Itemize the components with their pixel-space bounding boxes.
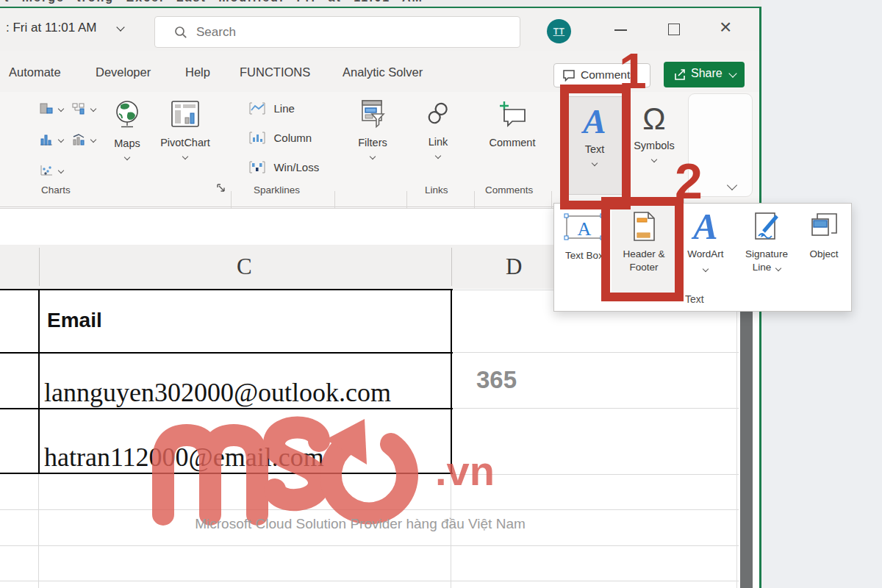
gridline <box>0 545 739 546</box>
table-border <box>38 289 40 474</box>
combo-chart-icon <box>72 134 85 146</box>
chevron-down-icon[interactable] <box>116 23 124 31</box>
chevron-down-icon <box>775 265 781 271</box>
column-header-c[interactable]: C <box>237 254 252 280</box>
filters-label: Filters <box>347 137 398 148</box>
comment-button[interactable]: Comment <box>481 98 544 184</box>
annotation-box-step1 <box>560 85 631 209</box>
column-header-d[interactable]: D <box>506 254 522 280</box>
sparklines-group-label: Sparklines <box>254 184 300 196</box>
maps-button[interactable]: Maps <box>107 98 147 184</box>
insert-chart-type-button[interactable] <box>40 165 60 179</box>
watermark-365: 365 <box>476 366 517 394</box>
minimize-button[interactable] <box>609 14 634 43</box>
sparkline-line-label: Line <box>273 102 294 115</box>
area-chart-icon <box>40 103 53 115</box>
last-modified-time[interactable]: : Fri at 11:01 AM <box>6 21 96 35</box>
wordart-label: WordArt <box>679 248 732 261</box>
insert-chart-type-button[interactable] <box>40 103 60 118</box>
chevron-down-icon <box>182 154 188 159</box>
signature-line-text: Signature Line <box>745 248 788 273</box>
gridline <box>0 581 739 581</box>
link-button[interactable]: Link <box>416 98 460 184</box>
watermark-vn: .vn <box>435 447 495 495</box>
text-dropdown-panel: A Text Box Header & Footer A WordArt <box>553 203 852 312</box>
charts-dialog-launcher-icon[interactable] <box>216 183 226 193</box>
signature-line-icon <box>753 211 781 242</box>
menu-item-functions[interactable]: FUNCTIONS <box>240 65 310 79</box>
pivotchart-button[interactable]: PivotChart <box>150 98 220 184</box>
comments-group-label: Comments <box>485 184 533 196</box>
annotation-box-step2 <box>601 197 684 301</box>
close-icon: × <box>720 15 731 39</box>
hierarchy-chart-icon <box>72 103 85 115</box>
menu-item-help[interactable]: Help <box>185 65 210 79</box>
sparkline-line-button[interactable]: Line <box>248 101 295 115</box>
comment-bubble-icon <box>562 69 576 82</box>
filters-button[interactable]: Filters <box>347 98 398 184</box>
new-comment-icon <box>497 99 528 129</box>
annotation-number-2: 2 <box>675 156 703 206</box>
chevron-down-icon <box>58 168 64 173</box>
sparkline-winloss-button[interactable]: Win/Loss <box>248 160 319 173</box>
wordart-icon: A <box>679 208 732 245</box>
minimize-icon <box>614 29 627 31</box>
insert-chart-type-button[interactable] <box>72 103 93 118</box>
menu-item-developer[interactable]: Developer <box>96 65 151 79</box>
maximize-button[interactable] <box>662 14 686 43</box>
sparkline-winloss-icon <box>248 161 266 173</box>
avatar[interactable]: TT <box>547 19 571 43</box>
dropdown-item-wordart[interactable]: A WordArt <box>679 207 732 299</box>
clipped-title-strip: t merge trong Excel Last modified: Fri a… <box>0 0 761 7</box>
dropdown-group-label: Text <box>685 293 704 305</box>
comment-label: Comment <box>481 137 544 148</box>
share-button-label: Share <box>691 67 723 80</box>
dropdown-item-signature-line[interactable]: Signature Line <box>735 207 798 299</box>
sparkline-winloss-label: Win/Loss <box>273 161 319 173</box>
globe-icon <box>113 99 141 129</box>
search-box[interactable] <box>154 16 520 48</box>
vertical-scrollbar-thumb[interactable] <box>740 306 753 588</box>
close-button[interactable]: × <box>714 14 741 43</box>
column-separator <box>451 248 452 286</box>
chevron-down-icon <box>58 106 64 112</box>
watermark-logo: .vn <box>147 397 500 526</box>
sparkline-column-label: Column <box>273 132 312 144</box>
chevron-down-icon <box>435 153 441 159</box>
sparkline-line-icon <box>248 102 266 115</box>
sparkline-column-icon <box>248 132 266 144</box>
pivotchart-label: PivotChart <box>150 137 220 148</box>
scatter-chart-icon <box>40 165 53 176</box>
chevron-down-icon <box>58 137 64 143</box>
annotation-number-1: 1 <box>619 46 647 96</box>
object-icon <box>810 212 838 241</box>
share-button[interactable]: Share <box>664 62 745 87</box>
table-border <box>0 289 453 290</box>
filters-icon <box>359 99 387 129</box>
chevron-down-icon <box>90 137 96 143</box>
watermark-tagline: Microsoft Cloud Solution Provider hàng đ… <box>151 516 570 532</box>
pivotchart-icon <box>171 100 200 128</box>
search-input[interactable] <box>195 22 506 43</box>
dropdown-item-object[interactable]: Object <box>801 207 847 299</box>
vertical-scrollbar-track[interactable] <box>736 306 737 588</box>
link-label: Link <box>416 136 460 148</box>
gridline <box>452 352 739 353</box>
signature-line-label: Signature Line <box>735 248 798 274</box>
insert-chart-type-button[interactable] <box>72 134 93 148</box>
svg-text:A: A <box>578 218 592 240</box>
omega-icon: Ω <box>629 104 679 135</box>
menu-item-automate[interactable]: Automate <box>9 65 61 79</box>
column-chart-icon <box>40 134 53 146</box>
symbols-button[interactable]: Ω Symbols <box>629 96 679 193</box>
chevron-down-icon <box>651 157 657 162</box>
insert-chart-type-button[interactable] <box>40 134 60 148</box>
sparkline-column-button[interactable]: Column <box>248 131 312 144</box>
menu-item-analytic-solver[interactable]: Analytic Solver <box>343 65 423 79</box>
cell-email-header[interactable]: Email <box>47 309 102 332</box>
chevron-down-icon <box>124 154 130 160</box>
gridline <box>38 474 39 588</box>
links-group-label: Links <box>425 184 448 196</box>
search-icon <box>174 26 187 39</box>
link-icon <box>424 101 452 127</box>
